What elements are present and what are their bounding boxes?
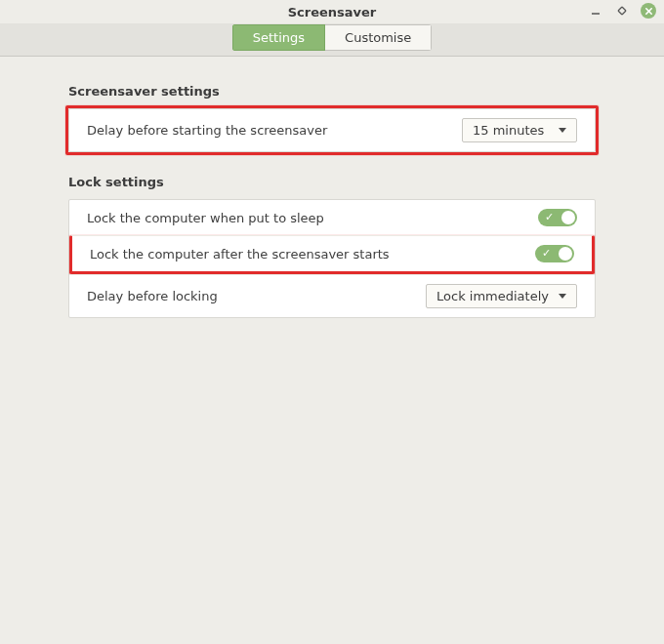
window-controls xyxy=(588,3,656,19)
svg-line-4 xyxy=(618,7,622,11)
tabs: Settings Customise xyxy=(232,24,433,51)
lock-after-ss-label: Lock the computer after the screensaver … xyxy=(90,247,535,262)
maximize-icon xyxy=(617,6,627,16)
caret-down-icon xyxy=(559,294,566,299)
close-icon xyxy=(644,7,653,16)
tab-bar: Settings Customise xyxy=(0,23,664,57)
check-icon: ✓ xyxy=(545,211,554,224)
toggle-knob xyxy=(559,247,572,261)
toggle-knob xyxy=(561,211,575,224)
minimize-button[interactable] xyxy=(588,3,603,19)
delay-lock-value: Lock immediately xyxy=(436,289,549,303)
screensaver-settings-heading: Screensaver settings xyxy=(68,84,596,99)
lock-sleep-label: Lock the computer when put to sleep xyxy=(87,211,538,225)
delay-start-label: Delay before starting the screensaver xyxy=(87,123,462,138)
row-lock-sleep: Lock the computer when put to sleep ✓ xyxy=(69,200,595,235)
lock-settings-card: Lock the computer when put to sleep ✓ Lo… xyxy=(68,199,596,318)
window-title: Screensaver xyxy=(0,5,664,20)
minimize-icon xyxy=(591,6,601,16)
lock-after-ss-toggle[interactable]: ✓ xyxy=(535,245,574,262)
lock-sleep-toggle[interactable]: ✓ xyxy=(538,209,577,226)
highlight-screensaver-delay: Delay before starting the screensaver 15… xyxy=(65,105,599,155)
screensaver-settings-card: Delay before starting the screensaver 15… xyxy=(68,108,596,152)
caret-down-icon xyxy=(559,128,566,133)
delay-start-dropdown[interactable]: 15 minutes xyxy=(462,118,577,142)
svg-line-3 xyxy=(618,11,622,15)
tab-customise[interactable]: Customise xyxy=(325,24,432,51)
titlebar: Screensaver xyxy=(0,0,664,23)
row-delay-lock: Delay before locking Lock immediately xyxy=(69,274,595,317)
row-delay-start: Delay before starting the screensaver 15… xyxy=(69,109,595,151)
check-icon: ✓ xyxy=(542,247,551,261)
delay-lock-dropdown[interactable]: Lock immediately xyxy=(426,284,577,308)
svg-line-1 xyxy=(622,7,626,11)
close-button[interactable] xyxy=(641,3,656,19)
row-lock-after-screensaver: Lock the computer after the screensaver … xyxy=(69,235,595,274)
delay-start-value: 15 minutes xyxy=(473,123,544,138)
svg-line-2 xyxy=(622,11,626,15)
delay-lock-label: Delay before locking xyxy=(87,289,426,303)
maximize-button[interactable] xyxy=(614,3,630,19)
tab-settings[interactable]: Settings xyxy=(232,24,325,51)
content-area: Screensaver settings Delay before starti… xyxy=(0,57,664,318)
lock-settings-heading: Lock settings xyxy=(68,175,596,189)
